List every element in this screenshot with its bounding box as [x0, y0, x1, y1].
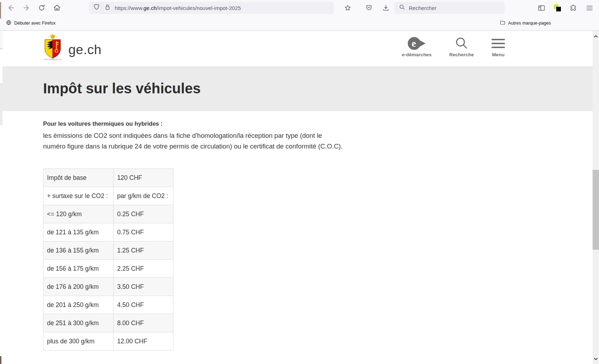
table-row: de 201 à 250 g/km4.50 CHF	[43, 296, 173, 314]
other-bookmarks-label: Autres marque-pages	[508, 21, 551, 26]
table-row: de 156 à 175 g/km2.25 CHF	[43, 260, 173, 278]
logo-ihs-text: IHS	[51, 36, 54, 38]
site-brand[interactable]: ge.ch	[68, 42, 101, 57]
intro-heading: Pour les voitures thermiques ou hybrides…	[43, 120, 163, 127]
reload-icon[interactable]	[37, 3, 46, 12]
svg-text:e: e	[412, 38, 416, 49]
nav-menu[interactable]: Menu	[477, 36, 520, 57]
bookmark-star-icon[interactable]	[343, 3, 352, 12]
menu-hamburger-icon[interactable]	[585, 3, 594, 12]
site-search-icon	[440, 36, 483, 51]
table-cell: 8.00 CHF	[114, 314, 173, 332]
table-cell: de 201 à 250 g/km	[43, 296, 114, 314]
browser-toolbar: https://www.ge.ch/impot-vehicules/nouvel…	[0, 0, 599, 16]
url-bar[interactable]: https://www.ge.ch/impot-vehicules/nouvel…	[89, 2, 334, 14]
logo-motto-text: POST TENEBRAS LUX	[44, 59, 62, 61]
nav-menu-label: Menu	[477, 52, 520, 57]
table-cell: + surtaxe sur le CO2 :	[43, 187, 114, 205]
table-cell: <= 120 g/km	[43, 205, 114, 223]
paragraph-line: les émissions de CO2 sont indiquées dans…	[43, 130, 343, 141]
table-cell: plus de 300 g/km	[43, 332, 114, 350]
extensions-puzzle-icon[interactable]	[569, 3, 578, 12]
bookmark-item-firefox[interactable]: Débuter avec Firefox	[6, 16, 56, 30]
nav-recherche-label: Recherche	[440, 52, 483, 57]
table-cell: de 156 à 175 g/km	[43, 260, 114, 278]
tax-table: Impôt de base120 CHF+ surtaxe sur le CO2…	[43, 168, 173, 350]
table-cell: de 121 à 135 g/km	[43, 223, 114, 241]
table-cell: 4.50 CHF	[114, 296, 173, 314]
tax-table-body: Impôt de base120 CHF+ surtaxe sur le CO2…	[43, 169, 173, 350]
shield-icon[interactable]	[93, 3, 100, 12]
bookmarks-bar: Débuter avec Firefox Autres marque-pages	[0, 16, 599, 31]
table-row: de 136 à 155 g/km1.25 CHF	[43, 241, 173, 260]
folder-icon	[500, 20, 506, 27]
table-row: plus de 300 g/km12.00 CHF	[43, 332, 173, 350]
scroll-up-icon[interactable]	[594, 33, 598, 38]
site-header: IHS POST TENEBRAS LUX ge.ch e e-démarche…	[2, 31, 593, 67]
table-row: + surtaxe sur le CO2 :par g/km de CO2 :	[43, 187, 173, 205]
pocket-icon[interactable]	[364, 3, 374, 12]
globe-icon	[6, 20, 12, 27]
table-cell: 12.00 CHF	[114, 332, 173, 350]
scroll-down-icon[interactable]	[594, 356, 598, 360]
background-window-edge	[0, 31, 2, 49]
table-row: <= 120 g/km0.25 CHF	[43, 205, 173, 223]
downloads-icon[interactable]	[381, 3, 390, 12]
scrollbar-thumb[interactable]	[593, 170, 599, 250]
lock-icon[interactable]	[104, 3, 111, 12]
home-icon[interactable]	[52, 3, 62, 12]
url-text[interactable]: https://www.ge.ch/impot-vehicules/nouvel…	[115, 5, 241, 11]
table-cell: Impôt de base	[43, 169, 114, 187]
site-menu-icon	[477, 36, 520, 51]
table-cell: par g/km de CO2 :	[114, 187, 173, 205]
page-title-band: Impôt sur les véhicules	[2, 67, 593, 111]
table-row: Impôt de base120 CHF	[43, 169, 173, 187]
search-input[interactable]: Rechercher	[394, 2, 505, 14]
table-row: de 121 à 135 g/km0.75 CHF	[43, 223, 173, 241]
table-cell: 2.25 CHF	[114, 260, 173, 278]
table-cell: 120 CHF	[114, 169, 173, 187]
table-row: de 176 à 200 g/km3.50 CHF	[43, 278, 173, 296]
table-cell: 0.75 CHF	[114, 223, 173, 241]
table-cell: 1.25 CHF	[114, 241, 173, 260]
background-window-edge	[0, 83, 2, 125]
page-content: Pour les voitures thermiques ou hybrides…	[2, 111, 593, 364]
adblock-extension-icon[interactable]	[553, 3, 562, 12]
paragraph-line: numéro figure dans la rubrique 24 de vot…	[43, 141, 343, 152]
other-bookmarks[interactable]: Autres marque-pages	[500, 16, 551, 30]
page-title: Impôt sur les véhicules	[43, 80, 200, 97]
table-cell: de 136 à 155 g/km	[43, 241, 114, 260]
table-row: de 251 à 300 g/km8.00 CHF	[43, 314, 173, 332]
bookmark-label: Débuter avec Firefox	[14, 21, 56, 26]
intro-paragraph: les émissions de CO2 sont indiquées dans…	[43, 130, 343, 152]
vertical-scrollbar[interactable]	[593, 31, 599, 364]
background-window-edge	[0, 356, 1, 364]
table-cell: 0.25 CHF	[114, 205, 173, 223]
search-placeholder: Rechercher	[409, 5, 437, 11]
table-cell: de 251 à 300 g/km	[43, 314, 114, 332]
geneva-coat-of-arms-logo[interactable]: IHS POST TENEBRAS LUX	[43, 33, 62, 61]
back-icon[interactable]	[6, 3, 16, 12]
nav-edemarches-label: e-démarches	[395, 52, 438, 57]
forward-icon[interactable]	[22, 3, 31, 12]
search-icon	[399, 4, 406, 12]
nav-edemarches[interactable]: e e-démarches	[395, 36, 438, 57]
edemarches-icon: e	[395, 36, 438, 51]
sidebar-icon[interactable]	[537, 3, 546, 12]
background-window-edge	[0, 2, 1, 19]
table-cell: de 176 à 200 g/km	[43, 278, 114, 296]
nav-recherche[interactable]: Recherche	[440, 36, 483, 57]
table-cell: 3.50 CHF	[114, 278, 173, 296]
